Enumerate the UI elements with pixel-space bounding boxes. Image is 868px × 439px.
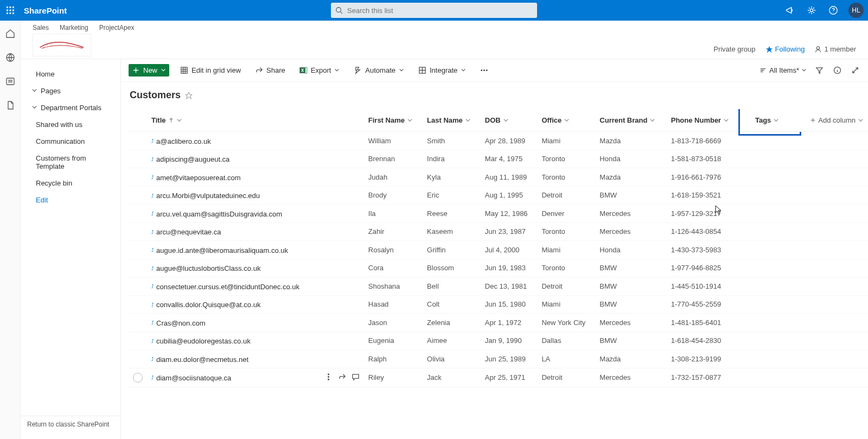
row-dob: May 12, 1986 (481, 205, 538, 223)
site-logo[interactable] (33, 34, 91, 56)
row-title[interactable]: a@aclibero.co.uk (156, 137, 211, 145)
row-comment-icon[interactable] (352, 373, 360, 383)
row-first-name: Judah (364, 168, 423, 187)
add-column-button[interactable]: Add column (803, 116, 864, 124)
row-more-icon[interactable] (324, 373, 333, 383)
col-title[interactable]: Title (151, 116, 316, 124)
user-avatar[interactable]: HL (848, 3, 864, 18)
search-input[interactable] (347, 7, 533, 15)
table-row[interactable]: ⤴arcu@nequevitae.caZahirKaseemJun 23, 19… (129, 223, 868, 241)
settings-button[interactable] (801, 0, 822, 21)
nav-edit[interactable]: Edit (21, 192, 120, 208)
hub-link-projectapex[interactable]: ProjectApex (99, 24, 135, 31)
nav-communication[interactable]: Communication (21, 133, 120, 150)
row-title[interactable]: diam.eu.dolor@necmetus.net (156, 355, 248, 364)
table-row[interactable]: ⤴augue.id.ante@liberomaurisaliquam.co.uk… (129, 241, 868, 259)
return-classic-link[interactable]: Return to classic SharePoint (21, 416, 120, 432)
col-office[interactable]: Office (541, 116, 591, 124)
row-phone: 1-957-129-3217 (667, 205, 741, 223)
row-phone: 1-813-718-6669 (667, 132, 741, 150)
row-title[interactable]: augue@luctuslobortisClass.co.uk (156, 264, 260, 272)
nav-shared-with-us[interactable]: Shared with us (21, 116, 120, 133)
row-dob: Jun 23, 1987 (481, 223, 538, 241)
export-button[interactable]: Export (296, 64, 343, 77)
row-title[interactable]: diam@sociisnatoque.ca (156, 374, 231, 382)
rail-files[interactable] (5, 100, 16, 111)
view-selector[interactable]: All Items* (759, 66, 807, 74)
app-launcher[interactable] (0, 0, 21, 21)
search-box[interactable] (331, 3, 537, 18)
table-row[interactable]: ⤴augue@luctuslobortisClass.co.ukCoraBlos… (129, 259, 868, 278)
horizontal-scrollbar[interactable] (129, 431, 868, 439)
row-dob: Mar 4, 1975 (481, 150, 538, 169)
col-last-name[interactable]: Last Name (427, 116, 476, 124)
integrate-button[interactable]: Integrate (415, 64, 469, 77)
table-row[interactable]: ⤴convallis.dolor.Quisque@at.co.ukHasadCo… (129, 296, 868, 314)
nav-recycle-bin[interactable]: Recycle bin (21, 175, 120, 192)
col-first-name[interactable]: First Name (368, 116, 418, 124)
edit-grid-button[interactable]: Edit in grid view (177, 64, 244, 77)
megaphone-button[interactable] (779, 0, 801, 21)
row-phone: 1-916-661-7976 (667, 168, 741, 187)
automate-button[interactable]: Automate (350, 64, 407, 77)
members-link[interactable]: 1 member (814, 45, 856, 53)
row-title[interactable]: augue.id.ante@liberomaurisaliquam.co.uk (156, 246, 288, 255)
row-last-name: Smith (423, 132, 481, 150)
more-button[interactable] (477, 64, 492, 77)
row-title[interactable]: adipiscing@augueut.ca (156, 155, 229, 163)
row-office: Detroit (537, 277, 595, 296)
row-dob: Apr 1, 1972 (481, 314, 538, 332)
star-outline-icon[interactable] (185, 92, 193, 99)
col-phone-number[interactable]: Phone Number (671, 116, 736, 124)
link-deco-icon: ⤴ (151, 266, 154, 271)
table-row[interactable]: ⤴amet@vitaeposuereat.comJudahKylaAug 11,… (129, 168, 868, 187)
select-circle[interactable] (133, 373, 143, 383)
row-title[interactable]: amet@vitaeposuereat.com (156, 174, 241, 182)
help-button[interactable] (822, 0, 844, 21)
rail-sites[interactable] (5, 52, 16, 63)
row-first-name: Brennan (364, 150, 423, 169)
row-title[interactable]: consectetuer.cursus.et@tinciduntDonec.co… (156, 283, 299, 291)
hub-link-sales[interactable]: Sales (33, 24, 49, 31)
nav-customers-from-template[interactable]: Customers from Template (21, 150, 120, 175)
nav-home[interactable]: Home (21, 66, 120, 82)
row-phone: 1-732-157-0877 (667, 368, 741, 387)
row-first-name: Zahir (364, 223, 423, 241)
row-title[interactable]: Cras@non.com (156, 319, 206, 327)
row-office: Toronto (537, 259, 595, 278)
row-title[interactable]: cubilia@eudoloregestas.co.uk (156, 337, 251, 345)
hub-link-marketing[interactable]: Marketing (60, 24, 88, 31)
app-name[interactable]: SharePoint (24, 6, 67, 15)
share-button[interactable]: Share (252, 64, 289, 77)
svg-point-66 (328, 376, 329, 377)
col-tags[interactable]: Tags (755, 116, 785, 124)
col-dob[interactable]: DOB (485, 116, 533, 124)
col-current-brand[interactable]: Current Brand (599, 116, 662, 124)
row-last-name: Olivia (423, 350, 481, 368)
row-title[interactable]: arcu.Morbi@vulputateduinec.edu (156, 192, 260, 200)
table-row[interactable]: ⤴diam@sociisnatoque.caRileyJackApr 25, 1… (129, 368, 868, 387)
row-phone: 1-770-455-2559 (667, 296, 741, 314)
svg-rect-8 (12, 12, 14, 14)
table-row[interactable]: ⤴cubilia@eudoloregestas.co.ukEugeniaAime… (129, 332, 868, 351)
filter-button[interactable] (814, 65, 825, 75)
rail-home[interactable] (5, 28, 16, 39)
table-row[interactable]: ⤴consectetuer.cursus.et@tinciduntDonec.c… (129, 277, 868, 296)
nav-pages[interactable]: Pages (21, 82, 120, 99)
row-office: Miami (537, 241, 595, 259)
table-row[interactable]: ⤴Cras@non.comJasonZeleniaApr 1, 1972New … (129, 314, 868, 332)
row-title[interactable]: arcu@nequevitae.ca (156, 228, 221, 236)
row-share-icon[interactable] (338, 373, 346, 383)
nav-department-portals[interactable]: Department Portals (21, 99, 120, 116)
table-row[interactable]: ⤴adipiscing@augueut.caBrennanIndiraMar 4… (129, 150, 868, 169)
table-row[interactable]: ⤴arcu.Morbi@vulputateduinec.eduBrodyEric… (129, 187, 868, 205)
expand-button[interactable] (850, 65, 860, 75)
row-title[interactable]: arcu.vel.quam@sagittisDuisgravida.com (156, 210, 282, 218)
rail-news[interactable] (5, 76, 16, 87)
follow-button[interactable]: Following (765, 45, 805, 53)
info-button[interactable] (832, 65, 843, 75)
row-title[interactable]: convallis.dolor.Quisque@at.co.uk (156, 301, 260, 309)
table-row[interactable]: ⤴arcu.vel.quam@sagittisDuisgravida.comIl… (129, 205, 868, 223)
table-row[interactable]: ⤴diam.eu.dolor@necmetus.netRalphOliviaJu… (129, 350, 868, 368)
new-button[interactable]: New (129, 64, 169, 77)
